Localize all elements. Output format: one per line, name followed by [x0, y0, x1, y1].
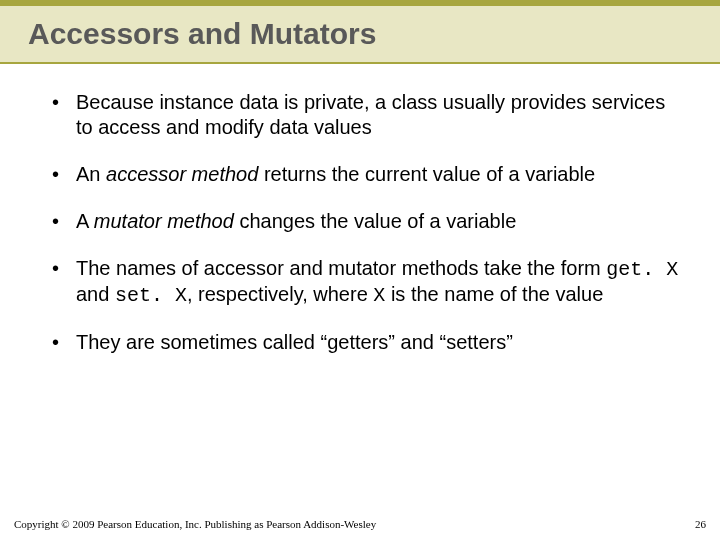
bullet-item: They are sometimes called “getters” and … [48, 330, 684, 355]
bullet-text: is the name of the value [385, 283, 603, 305]
copyright-footer: Copyright © 2009 Pearson Education, Inc.… [14, 518, 376, 530]
bullet-text: and [76, 283, 115, 305]
bullet-text: returns the current value of a variable [258, 163, 595, 185]
title-bar: Accessors and Mutators [0, 6, 720, 64]
bullet-item: A mutator method changes the value of a … [48, 209, 684, 234]
bullet-text: changes the value of a variable [234, 210, 516, 232]
bullet-code: get. X [606, 258, 678, 281]
bullet-text: An [76, 163, 106, 185]
bullet-emphasis: accessor method [106, 163, 258, 185]
bullet-emphasis: mutator method [94, 210, 234, 232]
slide-body: Because instance data is private, a clas… [48, 90, 684, 377]
bullet-text: Because instance data is private, a clas… [76, 91, 665, 138]
bullet-code: X [373, 284, 385, 307]
bullet-item: The names of accessor and mutator method… [48, 256, 684, 308]
bullet-text: They are sometimes called “getters” and … [76, 331, 513, 353]
bullet-text: A [76, 210, 94, 232]
bullet-item: Because instance data is private, a clas… [48, 90, 684, 140]
slide-title: Accessors and Mutators [28, 17, 376, 51]
bullet-list: Because instance data is private, a clas… [48, 90, 684, 355]
bullet-text: , respectively, where [187, 283, 373, 305]
bullet-item: An accessor method returns the current v… [48, 162, 684, 187]
bullet-code: set. X [115, 284, 187, 307]
bullet-text: The names of accessor and mutator method… [76, 257, 606, 279]
page-number: 26 [695, 518, 706, 530]
